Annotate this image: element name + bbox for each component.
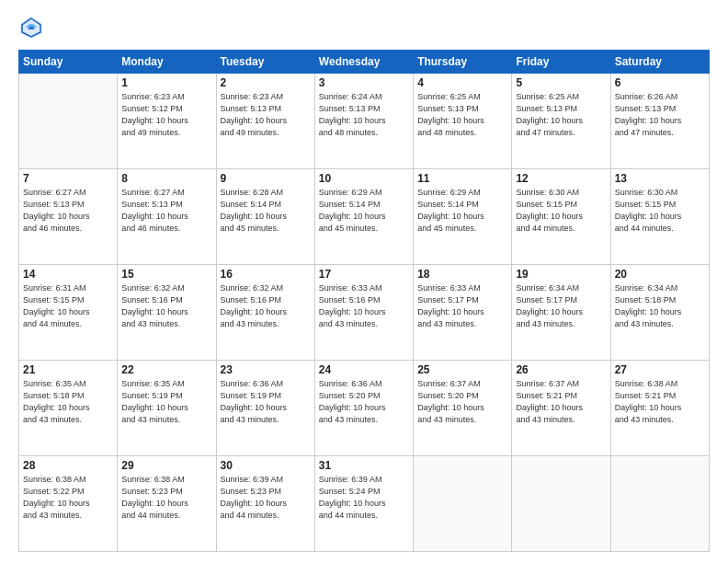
calendar-cell: 29Sunrise: 6:38 AM Sunset: 5:23 PM Dayli… <box>118 456 216 552</box>
day-info: Sunrise: 6:24 AM Sunset: 5:13 PM Dayligh… <box>319 91 409 139</box>
day-info: Sunrise: 6:36 AM Sunset: 5:20 PM Dayligh… <box>319 378 409 426</box>
calendar-cell: 26Sunrise: 6:37 AM Sunset: 5:21 PM Dayli… <box>512 361 610 456</box>
day-number: 19 <box>516 268 606 281</box>
calendar-table: SundayMondayTuesdayWednesdayThursdayFrid… <box>18 50 710 552</box>
calendar-cell: 16Sunrise: 6:32 AM Sunset: 5:16 PM Dayli… <box>216 265 314 361</box>
day-number: 20 <box>615 268 705 281</box>
day-number: 16 <box>221 268 311 281</box>
day-number: 18 <box>417 268 507 281</box>
day-info: Sunrise: 6:33 AM Sunset: 5:16 PM Dayligh… <box>319 282 409 330</box>
calendar-cell: 4Sunrise: 6:25 AM Sunset: 5:13 PM Daylig… <box>414 74 512 169</box>
calendar-cell: 18Sunrise: 6:33 AM Sunset: 5:17 PM Dayli… <box>414 265 512 361</box>
calendar-cell: 9Sunrise: 6:28 AM Sunset: 5:14 PM Daylig… <box>216 169 314 265</box>
day-info: Sunrise: 6:34 AM Sunset: 5:18 PM Dayligh… <box>615 282 705 330</box>
weekday-header-sunday: Sunday <box>19 51 118 74</box>
day-info: Sunrise: 6:32 AM Sunset: 5:16 PM Dayligh… <box>221 282 311 330</box>
calendar-cell: 10Sunrise: 6:29 AM Sunset: 5:14 PM Dayli… <box>314 169 413 265</box>
day-number: 24 <box>319 363 409 376</box>
day-info: Sunrise: 6:39 AM Sunset: 5:24 PM Dayligh… <box>319 474 409 522</box>
day-info: Sunrise: 6:29 AM Sunset: 5:14 PM Dayligh… <box>319 187 409 235</box>
logo <box>18 15 48 40</box>
day-number: 29 <box>121 459 211 472</box>
weekday-header-row: SundayMondayTuesdayWednesdayThursdayFrid… <box>19 51 710 74</box>
day-number: 8 <box>121 172 211 185</box>
calendar-cell <box>414 456 512 552</box>
weekday-header-friday: Friday <box>512 51 610 74</box>
day-info: Sunrise: 6:38 AM Sunset: 5:22 PM Dayligh… <box>23 474 113 522</box>
day-info: Sunrise: 6:27 AM Sunset: 5:13 PM Dayligh… <box>121 187 211 235</box>
calendar-cell: 27Sunrise: 6:38 AM Sunset: 5:21 PM Dayli… <box>610 361 709 456</box>
day-info: Sunrise: 6:25 AM Sunset: 5:13 PM Dayligh… <box>516 91 606 139</box>
day-info: Sunrise: 6:26 AM Sunset: 5:13 PM Dayligh… <box>615 91 705 139</box>
calendar-cell: 6Sunrise: 6:26 AM Sunset: 5:13 PM Daylig… <box>610 74 709 169</box>
calendar-cell: 30Sunrise: 6:39 AM Sunset: 5:23 PM Dayli… <box>216 456 314 552</box>
day-number: 17 <box>319 268 409 281</box>
day-number: 23 <box>221 363 311 376</box>
day-info: Sunrise: 6:38 AM Sunset: 5:21 PM Dayligh… <box>615 378 705 426</box>
day-number: 25 <box>417 363 507 376</box>
calendar-cell <box>610 456 709 552</box>
calendar-cell: 31Sunrise: 6:39 AM Sunset: 5:24 PM Dayli… <box>314 456 413 552</box>
day-number: 22 <box>121 363 211 376</box>
page: SundayMondayTuesdayWednesdayThursdayFrid… <box>0 0 728 563</box>
day-number: 31 <box>319 459 409 472</box>
day-number: 2 <box>221 76 311 89</box>
calendar-cell: 3Sunrise: 6:24 AM Sunset: 5:13 PM Daylig… <box>314 74 413 169</box>
day-number: 30 <box>221 459 311 472</box>
calendar-week-3: 14Sunrise: 6:31 AM Sunset: 5:15 PM Dayli… <box>19 265 710 361</box>
day-number: 15 <box>121 268 211 281</box>
calendar-week-4: 21Sunrise: 6:35 AM Sunset: 5:18 PM Dayli… <box>19 361 710 456</box>
calendar-week-2: 7Sunrise: 6:27 AM Sunset: 5:13 PM Daylig… <box>19 169 710 265</box>
day-number: 21 <box>23 363 113 376</box>
calendar-cell: 19Sunrise: 6:34 AM Sunset: 5:17 PM Dayli… <box>512 265 610 361</box>
day-info: Sunrise: 6:28 AM Sunset: 5:14 PM Dayligh… <box>221 187 311 235</box>
calendar-cell: 8Sunrise: 6:27 AM Sunset: 5:13 PM Daylig… <box>118 169 216 265</box>
calendar-cell <box>19 74 118 169</box>
calendar-cell: 20Sunrise: 6:34 AM Sunset: 5:18 PM Dayli… <box>610 265 709 361</box>
logo-icon <box>18 15 44 40</box>
weekday-header-monday: Monday <box>118 51 216 74</box>
weekday-header-wednesday: Wednesday <box>314 51 413 74</box>
day-info: Sunrise: 6:38 AM Sunset: 5:23 PM Dayligh… <box>121 474 211 522</box>
day-info: Sunrise: 6:35 AM Sunset: 5:19 PM Dayligh… <box>121 378 211 426</box>
day-number: 26 <box>516 363 606 376</box>
calendar-week-1: 1Sunrise: 6:23 AM Sunset: 5:12 PM Daylig… <box>19 74 710 169</box>
day-info: Sunrise: 6:25 AM Sunset: 5:13 PM Dayligh… <box>417 91 507 139</box>
calendar-cell: 25Sunrise: 6:37 AM Sunset: 5:20 PM Dayli… <box>414 361 512 456</box>
calendar-cell: 11Sunrise: 6:29 AM Sunset: 5:14 PM Dayli… <box>414 169 512 265</box>
calendar-cell: 24Sunrise: 6:36 AM Sunset: 5:20 PM Dayli… <box>314 361 413 456</box>
day-number: 1 <box>121 76 211 89</box>
day-number: 6 <box>615 76 705 89</box>
day-number: 12 <box>516 172 606 185</box>
day-number: 14 <box>23 268 113 281</box>
calendar-cell: 2Sunrise: 6:23 AM Sunset: 5:13 PM Daylig… <box>216 74 314 169</box>
day-number: 28 <box>23 459 113 472</box>
day-info: Sunrise: 6:23 AM Sunset: 5:12 PM Dayligh… <box>121 91 211 139</box>
calendar-cell: 1Sunrise: 6:23 AM Sunset: 5:12 PM Daylig… <box>118 74 216 169</box>
weekday-header-thursday: Thursday <box>414 51 512 74</box>
day-number: 10 <box>319 172 409 185</box>
day-info: Sunrise: 6:30 AM Sunset: 5:15 PM Dayligh… <box>615 187 705 235</box>
calendar-cell: 21Sunrise: 6:35 AM Sunset: 5:18 PM Dayli… <box>19 361 118 456</box>
day-number: 7 <box>23 172 113 185</box>
day-info: Sunrise: 6:39 AM Sunset: 5:23 PM Dayligh… <box>221 474 311 522</box>
calendar-cell: 13Sunrise: 6:30 AM Sunset: 5:15 PM Dayli… <box>610 169 709 265</box>
day-number: 4 <box>417 76 507 89</box>
calendar-cell: 7Sunrise: 6:27 AM Sunset: 5:13 PM Daylig… <box>19 169 118 265</box>
calendar-cell <box>512 456 610 552</box>
day-info: Sunrise: 6:35 AM Sunset: 5:18 PM Dayligh… <box>23 378 113 426</box>
day-info: Sunrise: 6:36 AM Sunset: 5:19 PM Dayligh… <box>221 378 311 426</box>
day-info: Sunrise: 6:29 AM Sunset: 5:14 PM Dayligh… <box>417 187 507 235</box>
calendar-cell: 28Sunrise: 6:38 AM Sunset: 5:22 PM Dayli… <box>19 456 118 552</box>
day-number: 11 <box>417 172 507 185</box>
calendar-cell: 22Sunrise: 6:35 AM Sunset: 5:19 PM Dayli… <box>118 361 216 456</box>
day-info: Sunrise: 6:32 AM Sunset: 5:16 PM Dayligh… <box>121 282 211 330</box>
calendar-cell: 17Sunrise: 6:33 AM Sunset: 5:16 PM Dayli… <box>314 265 413 361</box>
calendar-week-5: 28Sunrise: 6:38 AM Sunset: 5:22 PM Dayli… <box>19 456 710 552</box>
day-number: 3 <box>319 76 409 89</box>
day-info: Sunrise: 6:31 AM Sunset: 5:15 PM Dayligh… <box>23 282 113 330</box>
day-number: 5 <box>516 76 606 89</box>
day-info: Sunrise: 6:30 AM Sunset: 5:15 PM Dayligh… <box>516 187 606 235</box>
day-info: Sunrise: 6:33 AM Sunset: 5:17 PM Dayligh… <box>417 282 507 330</box>
calendar-cell: 15Sunrise: 6:32 AM Sunset: 5:16 PM Dayli… <box>118 265 216 361</box>
